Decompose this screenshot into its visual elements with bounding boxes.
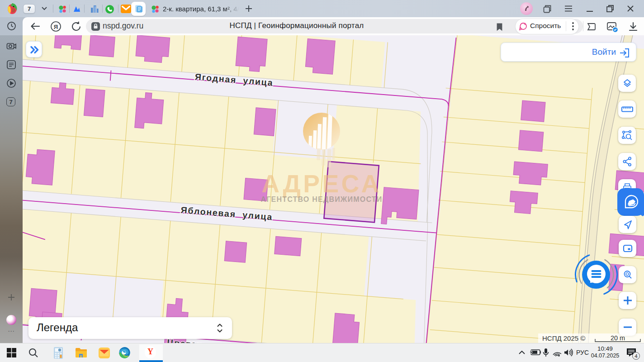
- svg-text:Я: Я: [54, 24, 58, 30]
- svg-text:АДРЕСА: АДРЕСА: [261, 170, 381, 198]
- svg-text:АГЕНТСТВО НЕДВИЖИМОСТИ: АГЕНТСТВО НЕДВИЖИМОСТИ: [261, 195, 383, 203]
- svg-text:20 m: 20 m: [611, 334, 625, 342]
